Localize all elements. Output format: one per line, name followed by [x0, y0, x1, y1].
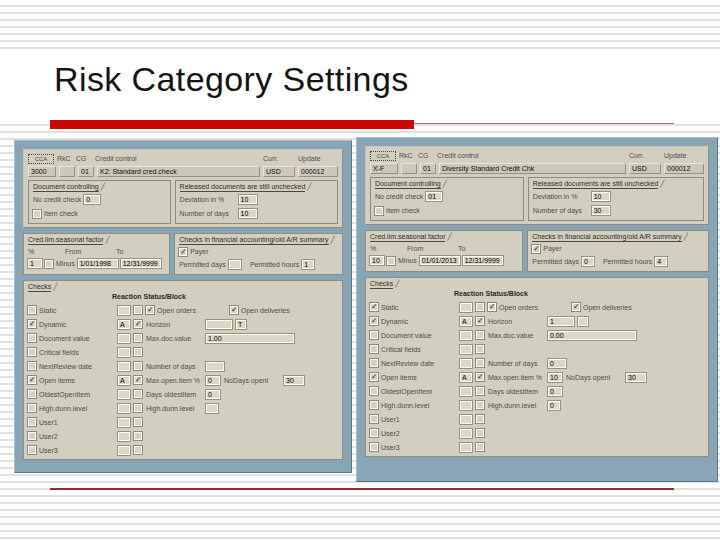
check-enable-checkbox[interactable] [28, 348, 36, 356]
reaction-input[interactable] [460, 443, 472, 452]
ccar-cell[interactable]: 3000 [28, 166, 56, 177]
check-enable-checkbox[interactable] [370, 345, 378, 353]
released-days-input[interactable]: 10 [239, 209, 257, 218]
days-oldestitem-input[interactable]: 0 [548, 387, 562, 396]
max-doc-value-input[interactable]: 0.00 [548, 331, 636, 340]
reaction-input[interactable] [118, 306, 130, 315]
status-block-checkbox[interactable] [134, 334, 142, 342]
nodays-openi-input[interactable]: 30 [626, 373, 646, 382]
reaction-input[interactable] [460, 345, 472, 354]
reaction-input[interactable] [460, 331, 472, 340]
check-enable-checkbox[interactable] [370, 387, 378, 395]
update-cell[interactable]: 000012 [664, 163, 704, 174]
credit-group-cell[interactable]: 01 [78, 166, 94, 177]
status-block-checkbox[interactable] [134, 446, 142, 454]
deviation-input[interactable]: 10 [239, 195, 257, 204]
status-block-checkbox[interactable] [134, 418, 142, 426]
check-enable-checkbox[interactable] [28, 306, 36, 314]
check-enable-checkbox[interactable] [28, 418, 36, 426]
nodays-openi-input[interactable]: 30 [284, 376, 304, 385]
seasonal-from-input[interactable]: 01/01/2013 [420, 256, 460, 265]
credit-control-desc-cell[interactable]: K2: Standard cred.check [97, 166, 260, 177]
status-block-checkbox[interactable] [476, 429, 484, 437]
check-enable-checkbox[interactable] [28, 334, 36, 342]
reaction-input[interactable] [460, 387, 472, 396]
seasonal-pct-input[interactable]: 10 [370, 256, 384, 265]
payer-checkbox[interactable]: ✓ [179, 248, 187, 256]
horizon-unit-input[interactable] [578, 317, 588, 326]
check-enable-checkbox[interactable] [28, 404, 36, 412]
status-block-checkbox[interactable]: ✓ [476, 373, 484, 381]
cca-selection-icon[interactable]: CCA [28, 154, 54, 164]
open-deliveries-checkbox[interactable]: ✓ [230, 306, 238, 314]
permitted-hours-input[interactable]: 1 [302, 260, 314, 269]
permitted-days-input[interactable]: 0 [582, 257, 594, 266]
horizon-input[interactable] [206, 320, 232, 329]
check-enable-checkbox[interactable] [28, 432, 36, 440]
status-block-checkbox[interactable] [476, 303, 484, 311]
check-enable-checkbox[interactable]: ✓ [28, 320, 36, 328]
reaction-input[interactable]: A [118, 376, 130, 385]
reaction-input[interactable] [460, 401, 472, 410]
status-block-checkbox[interactable] [134, 404, 142, 412]
number-of-days-input[interactable]: 0 [548, 359, 566, 368]
no-credit-check-input[interactable]: 01 [426, 192, 442, 201]
permitted-days-input[interactable] [229, 260, 241, 269]
check-enable-checkbox[interactable] [370, 331, 378, 339]
reaction-input[interactable] [118, 404, 130, 413]
open-orders-checkbox[interactable]: ✓ [146, 306, 154, 314]
status-block-checkbox[interactable] [476, 345, 484, 353]
status-block-checkbox[interactable]: ✓ [476, 317, 484, 325]
status-block-checkbox[interactable]: ✓ [134, 320, 142, 328]
reaction-input[interactable] [118, 362, 130, 371]
check-enable-checkbox[interactable] [370, 401, 378, 409]
check-enable-checkbox[interactable]: ✓ [370, 373, 378, 381]
credit-group-cell[interactable]: 01 [420, 163, 436, 174]
check-enable-checkbox[interactable] [28, 362, 36, 370]
reaction-input[interactable] [118, 334, 130, 343]
no-credit-check-input[interactable]: 0 [84, 195, 100, 204]
payer-checkbox[interactable]: ✓ [532, 245, 540, 253]
status-block-checkbox[interactable] [134, 432, 142, 440]
risk-category-cell[interactable] [59, 166, 75, 177]
high-dunn-level-input[interactable] [206, 404, 218, 413]
reaction-input[interactable] [460, 359, 472, 368]
status-block-checkbox[interactable] [476, 331, 484, 339]
currency-cell[interactable]: USD [629, 163, 661, 174]
high-dunn-level-input[interactable]: 0 [548, 401, 560, 410]
reaction-input[interactable] [118, 348, 130, 357]
status-block-checkbox[interactable] [134, 306, 142, 314]
reaction-input[interactable] [460, 415, 472, 424]
open-deliveries-checkbox[interactable]: ✓ [572, 303, 580, 311]
reaction-input[interactable] [460, 429, 472, 438]
check-enable-checkbox[interactable]: ✓ [370, 317, 378, 325]
open-orders-checkbox[interactable]: ✓ [488, 303, 496, 311]
status-block-checkbox[interactable]: ✓ [134, 376, 142, 384]
max-open-item--input[interactable]: 10 [548, 373, 562, 382]
status-block-checkbox[interactable] [476, 359, 484, 367]
check-enable-checkbox[interactable] [28, 390, 36, 398]
permitted-hours-input[interactable]: 4 [655, 257, 667, 266]
update-cell[interactable]: 000012 [298, 166, 338, 177]
reaction-input[interactable] [118, 390, 130, 399]
currency-cell[interactable]: USD [263, 166, 295, 177]
horizon-unit-input[interactable]: T [236, 320, 246, 329]
check-enable-checkbox[interactable] [370, 443, 378, 451]
status-block-checkbox[interactable] [476, 443, 484, 451]
status-block-checkbox[interactable] [134, 390, 142, 398]
released-days-input[interactable]: 30 [592, 206, 610, 215]
ccar-cell[interactable]: X-F [370, 163, 398, 174]
reaction-input[interactable]: A [460, 373, 472, 382]
status-block-checkbox[interactable] [134, 348, 142, 356]
reaction-input[interactable] [118, 432, 130, 441]
item-check-checkbox[interactable] [33, 210, 41, 218]
seasonal-pct-input[interactable]: 1 [28, 259, 42, 268]
reaction-input[interactable]: A [460, 317, 472, 326]
reaction-input[interactable] [460, 303, 472, 312]
deviation-input[interactable]: 10 [592, 192, 610, 201]
days-oldestitem-input[interactable]: 0 [206, 390, 220, 399]
reaction-input[interactable] [118, 446, 130, 455]
check-enable-checkbox[interactable] [370, 359, 378, 367]
check-enable-checkbox[interactable] [28, 446, 36, 454]
status-block-checkbox[interactable] [476, 387, 484, 395]
